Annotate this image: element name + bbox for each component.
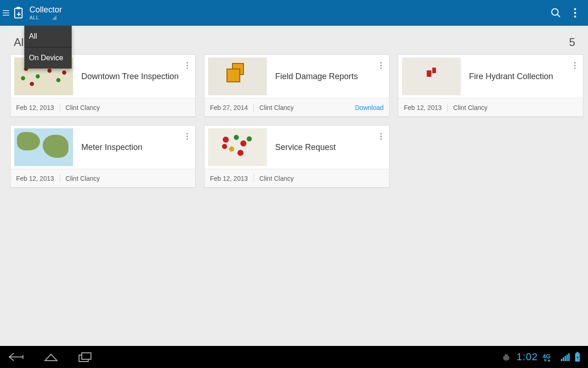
divider — [60, 174, 60, 183]
map-title: Service Request — [275, 143, 336, 152]
nav-drawer-icon[interactable] — [2, 10, 10, 16]
svg-rect-1 — [17, 7, 20, 9]
map-title: Field Damage Reports — [275, 72, 358, 81]
map-author: Clint Clancy — [66, 175, 100, 182]
map-date: Feb 27, 2014 — [210, 104, 248, 111]
map-card[interactable]: Meter Inspection Feb 12, 2013 Clint Clan… — [10, 125, 196, 188]
card-overflow-button[interactable] — [184, 59, 191, 72]
map-title: Meter Inspection — [81, 143, 142, 152]
map-author: Clint Clancy — [453, 104, 488, 111]
svg-line-3 — [557, 14, 560, 17]
app-clipboard-icon[interactable] — [12, 6, 25, 19]
overflow-menu-button[interactable] — [569, 8, 582, 17]
dropdown-item-on-device[interactable]: On Device — [24, 47, 72, 69]
card-overflow-button[interactable] — [378, 59, 384, 72]
divider — [254, 104, 254, 112]
svg-point-2 — [552, 9, 558, 15]
map-grid: Downtown Tree Inspection Feb 12, 2013 Cl… — [10, 54, 583, 188]
action-bar: Collector ALL — [0, 0, 588, 26]
map-thumbnail — [208, 58, 267, 95]
map-author: Clint Clancy — [260, 104, 294, 111]
spinner-triangle-icon — [52, 15, 57, 20]
map-date: Feb 12, 2013 — [16, 104, 54, 111]
map-title: Fire Hydrant Collection — [469, 72, 553, 81]
map-thumbnail — [402, 58, 461, 95]
card-overflow-button[interactable] — [571, 59, 578, 72]
dropdown-item-all[interactable]: All — [24, 26, 72, 47]
map-date: Feb 12, 2013 — [404, 104, 442, 111]
card-overflow-button[interactable] — [184, 130, 191, 143]
section-count: 5 — [569, 36, 575, 49]
divider — [447, 104, 448, 112]
search-icon — [550, 7, 561, 18]
svg-rect-10 — [577, 352, 578, 353]
svg-text:4G: 4G — [543, 353, 550, 360]
divider — [60, 104, 60, 112]
status-area: 1:02 4G — [501, 351, 581, 363]
signal-icon — [561, 353, 570, 361]
app-title: Collector — [29, 6, 62, 15]
map-date: Feb 12, 2013 — [210, 175, 248, 182]
map-title: Downtown Tree Inspection — [81, 72, 179, 81]
title-spinner[interactable]: Collector ALL — [29, 6, 62, 20]
filter-subtitle: ALL — [29, 15, 39, 20]
divider — [254, 174, 254, 183]
map-card[interactable]: Fire Hydrant Collection Feb 12, 2013 Cli… — [398, 54, 583, 117]
map-card[interactable]: Field Damage Reports Feb 27, 2014 Clint … — [204, 54, 390, 117]
battery-charging-icon — [574, 352, 581, 362]
network-4g-icon: 4G — [543, 352, 556, 362]
system-nav-bar: 1:02 4G — [0, 346, 588, 368]
android-debug-icon — [501, 352, 512, 362]
download-link[interactable]: Download — [355, 104, 384, 111]
map-date: Feb 12, 2013 — [16, 175, 54, 182]
map-card[interactable]: Service Request Feb 12, 2013 Clint Clanc… — [204, 125, 390, 188]
recents-button[interactable] — [77, 351, 93, 362]
back-button[interactable] — [7, 351, 25, 362]
svg-rect-5 — [82, 353, 91, 359]
home-button[interactable] — [43, 351, 59, 362]
card-overflow-button[interactable] — [378, 130, 384, 143]
map-author: Clint Clancy — [66, 104, 100, 111]
filter-dropdown: All On Device — [24, 26, 72, 69]
search-button[interactable] — [543, 0, 569, 26]
map-thumbnail — [14, 128, 73, 166]
status-clock: 1:02 — [516, 351, 538, 363]
map-thumbnail — [208, 128, 267, 166]
svg-rect-7 — [505, 354, 508, 356]
content-area: All 5 Downtown Tree Inspection Feb 12, 2… — [0, 26, 588, 346]
map-author: Clint Clancy — [260, 175, 294, 182]
